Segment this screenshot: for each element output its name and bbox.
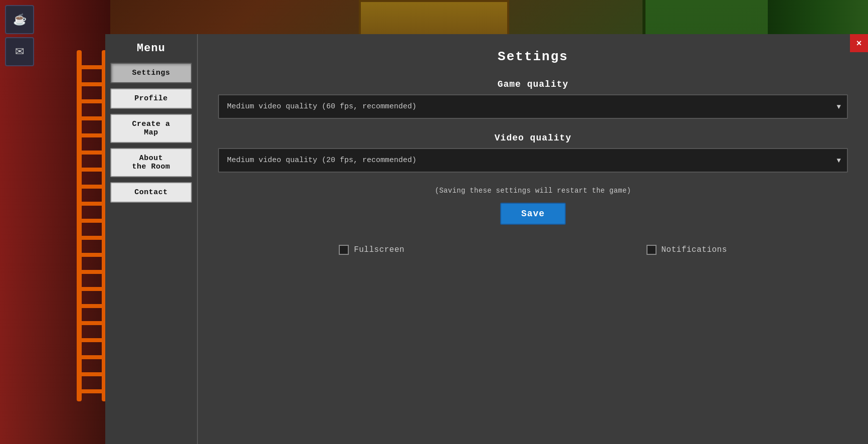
settings-title: Settings [218,49,848,64]
ladder-rung [77,338,107,342]
game-quality-label: Game quality [218,79,848,89]
ladder-rung [77,133,107,137]
save-button[interactable]: Save [500,203,566,225]
ladder-rung [77,82,107,86]
bg-ladder [74,50,109,401]
video-quality-select[interactable]: Low video quality (10 fps) Medium video … [218,148,848,173]
ladder-rung [77,151,107,155]
ladder-rung [77,168,107,172]
fullscreen-checkbox[interactable] [339,245,349,255]
ladder-rung [77,287,107,291]
ladder-rung [77,185,107,189]
ladder-rung [77,236,107,240]
video-quality-dropdown-container: Low video quality (10 fps) Medium video … [218,148,848,173]
ladder-rung [77,99,107,103]
ladder-rung [77,372,107,376]
video-quality-label: Video quality [218,133,848,143]
close-button[interactable]: × [850,34,868,52]
sidebar-item-contact[interactable]: Contact [110,182,192,203]
game-quality-dropdown-container: Low video quality (30 fps) Medium video … [218,94,848,119]
main-content: × Settings Game quality Low video qualit… [198,34,868,444]
ladder-rung [77,304,107,308]
ladder-rung [77,219,107,223]
ladder-rung [77,65,107,69]
notifications-label: Notifications [662,245,727,254]
icon-buttons-container: ☕ ✉ [5,5,34,66]
ladder-rung [77,270,107,274]
sidebar-title: Menu [110,42,192,55]
sidebar: Menu Settings Profile Create a Map About… [105,34,198,444]
sidebar-item-about-room[interactable]: About the Room [110,148,192,177]
sidebar-item-profile[interactable]: Profile [110,88,192,109]
notifications-checkbox[interactable] [646,245,657,255]
checkboxes-row: Fullscreen Notifications [218,245,848,255]
ladder-rung [77,355,107,359]
ladder-rung [77,116,107,120]
ladder-rung [77,202,107,206]
mail-icon-button[interactable]: ✉ [5,37,34,66]
restart-note: (Saving these settings will restart the … [218,187,848,195]
notifications-checkbox-item[interactable]: Notifications [646,245,727,255]
fullscreen-checkbox-item[interactable]: Fullscreen [339,245,404,255]
ladder-rung [77,253,107,257]
sidebar-item-settings[interactable]: Settings [110,63,192,83]
sidebar-item-create-map[interactable]: Create a Map [110,114,192,143]
coffee-icon-button[interactable]: ☕ [5,5,34,34]
ladder-rung [77,389,107,393]
modal-overlay: Menu Settings Profile Create a Map About… [105,34,868,444]
game-quality-select[interactable]: Low video quality (30 fps) Medium video … [218,94,848,119]
fullscreen-label: Fullscreen [354,245,404,254]
ladder-rung [77,321,107,325]
